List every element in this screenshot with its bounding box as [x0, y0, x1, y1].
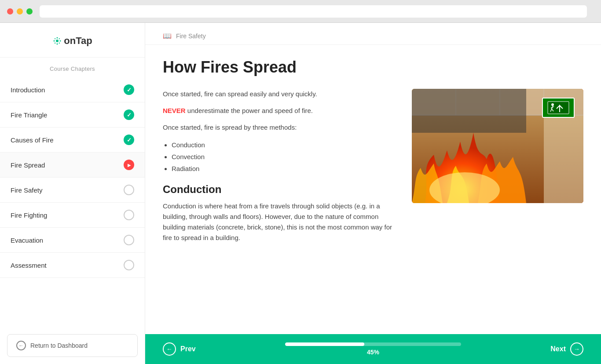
chapter-list: Introduction Fire Triangle Causes of Fir…	[0, 77, 145, 327]
status-icon-fire-spread	[124, 160, 134, 170]
spread-methods-list: Conduction Convection Radiation	[172, 139, 399, 175]
chapter-name-assessment: Assessment	[11, 262, 47, 269]
prev-button[interactable]: ← Prev	[163, 342, 196, 356]
app-container: onTap Course Chapters Introduction Fire …	[0, 23, 601, 364]
never-label: NEVER	[163, 107, 186, 114]
course-chapters-label: Course Chapters	[0, 58, 145, 77]
list-item-conduction: Conduction	[172, 139, 399, 151]
logo-icon	[52, 36, 62, 46]
mac-chrome	[0, 0, 601, 23]
content-layout: Once started, fire can spread easily and…	[163, 89, 583, 249]
status-icon-assessment	[124, 260, 134, 270]
svg-rect-18	[547, 101, 569, 114]
content-header: 📖 Fire Safety	[145, 23, 601, 45]
next-icon: →	[570, 342, 583, 356]
return-to-dashboard-button[interactable]: Return to Dashboard	[7, 334, 138, 357]
intro-paragraph-3: Once started, fire is spread by three me…	[163, 122, 399, 133]
sidebar-item-fire-triangle[interactable]: Fire Triangle	[0, 102, 145, 127]
svg-point-7	[59, 38, 60, 39]
sidebar: onTap Course Chapters Introduction Fire …	[0, 23, 145, 364]
content-body: How Fires Spread Once started, fire can …	[145, 45, 601, 334]
chapter-name-introduction: Introduction	[11, 86, 45, 94]
sidebar-item-fire-safety[interactable]: Fire Safety	[0, 178, 145, 203]
chapter-name-fire-triangle: Fire Triangle	[11, 111, 47, 119]
intro-text-1: Once started, fire can spread easily and…	[163, 90, 317, 98]
svg-point-4	[60, 40, 61, 42]
status-icon-fire-triangle	[124, 109, 134, 120]
sidebar-item-fire-fighting[interactable]: Fire Fighting	[0, 203, 145, 228]
text-section: Once started, fire can spread easily and…	[163, 89, 399, 249]
chapter-name-fire-fighting: Fire Fighting	[11, 211, 47, 219]
intro-paragraph-2: NEVER underestimate the power and speed …	[163, 106, 399, 116]
mac-window-buttons	[7, 8, 33, 15]
maximize-button[interactable]	[26, 8, 33, 15]
intro-paragraph-1: Once started, fire can spread easily and…	[163, 89, 399, 99]
list-item-radiation: Radiation	[172, 163, 399, 175]
prev-label: Prev	[180, 345, 196, 353]
svg-rect-16	[412, 89, 526, 133]
sidebar-item-assessment[interactable]: Assessment	[0, 253, 145, 278]
sidebar-item-introduction[interactable]: Introduction	[0, 77, 145, 102]
chapter-name-fire-spread: Fire Spread	[11, 161, 45, 169]
svg-point-20	[551, 103, 554, 106]
status-icon-fire-fighting	[124, 210, 134, 220]
logo-wrap: onTap	[0, 35, 145, 47]
status-icon-evacuation	[124, 235, 134, 245]
progress-section: 45%	[285, 342, 461, 356]
sidebar-item-evacuation[interactable]: Evacuation	[0, 228, 145, 253]
address-bar[interactable]	[40, 5, 587, 18]
status-icon-causes-of-fire	[124, 135, 134, 145]
logo-text: onTap	[64, 35, 92, 47]
intro-text-2: underestimate the power and speed of fir…	[186, 107, 313, 114]
chapter-name-fire-safety: Fire Safety	[11, 186, 43, 194]
book-icon: 📖	[163, 32, 172, 40]
bottom-nav: ← Prev 45% Next →	[145, 334, 601, 364]
chapter-name-causes-of-fire: Causes of Fire	[11, 136, 54, 144]
progress-bar-track	[285, 342, 461, 346]
svg-point-2	[57, 44, 58, 45]
page-title: How Fires Spread	[163, 58, 583, 76]
status-icon-fire-safety	[124, 185, 134, 195]
conduction-title: Conduction	[163, 183, 399, 196]
prev-icon: ←	[163, 342, 176, 356]
sidebar-item-fire-spread[interactable]: Fire Spread	[0, 153, 145, 178]
breadcrumb-label: Fire Safety	[176, 33, 206, 40]
close-button[interactable]	[7, 8, 13, 15]
svg-point-8	[55, 43, 55, 44]
logo-area: onTap	[0, 23, 145, 58]
chapter-name-evacuation: Evacuation	[11, 237, 43, 244]
return-btn-label: Return to Dashboard	[30, 342, 88, 349]
svg-point-5	[55, 38, 55, 39]
svg-point-1	[57, 37, 58, 39]
sidebar-item-causes-of-fire[interactable]: Causes of Fire	[0, 127, 145, 153]
return-icon	[16, 341, 26, 350]
svg-point-6	[59, 43, 60, 44]
exit-sign	[542, 98, 575, 118]
status-icon-introduction	[124, 84, 134, 95]
intro-text-3: Once started, fire is spread by three me…	[163, 124, 297, 131]
next-label: Next	[550, 345, 566, 353]
progress-bar-fill	[285, 342, 364, 346]
main-content: 📖 Fire Safety How Fires Spread Once star…	[145, 23, 601, 364]
svg-rect-15	[544, 115, 583, 203]
svg-point-0	[56, 40, 59, 42]
progress-label: 45%	[367, 349, 379, 356]
next-button[interactable]: Next →	[550, 342, 583, 356]
minimize-button[interactable]	[17, 8, 23, 15]
svg-point-3	[54, 40, 55, 42]
conduction-text: Conduction is where heat from a fire tra…	[163, 201, 399, 243]
list-item-convection: Convection	[172, 151, 399, 163]
fire-image	[412, 89, 583, 203]
